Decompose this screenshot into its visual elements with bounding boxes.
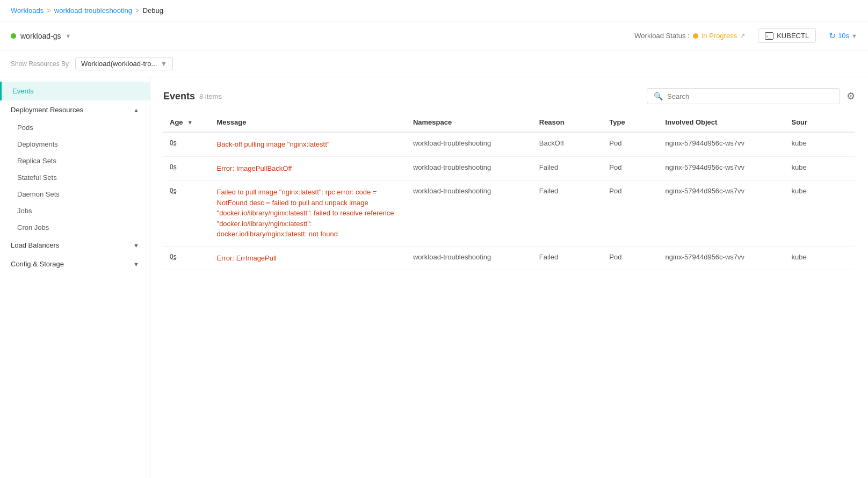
search-box[interactable]: 🔍 bbox=[647, 88, 840, 104]
cell-involved-object: nginx-57944d956c-ws7vv bbox=[659, 180, 785, 247]
cell-message: Back-off pulling image "nginx:latestt" bbox=[211, 132, 407, 156]
sidebar-item-replica-sets[interactable]: Replica Sets bbox=[0, 153, 150, 169]
sidebar-item-jobs[interactable]: Jobs bbox=[0, 202, 150, 219]
cell-age: 0s bbox=[163, 156, 211, 180]
cron-jobs-label: Cron Jobs bbox=[17, 223, 49, 231]
search-input[interactable] bbox=[667, 92, 833, 100]
sidebar-item-daemon-sets[interactable]: Daemon Sets bbox=[0, 186, 150, 202]
cell-message: Error: ErrImagePull bbox=[211, 246, 407, 270]
cell-involved-object: nginx-57944d956c-ws7vv bbox=[659, 156, 785, 180]
sidebar-item-deployments[interactable]: Deployments bbox=[0, 136, 150, 153]
col-header-involved-object[interactable]: Involved Object bbox=[659, 113, 785, 132]
table-row: 0s Error: ImagePullBackOff workload-trou… bbox=[163, 156, 855, 180]
col-header-type[interactable]: Type bbox=[603, 113, 659, 132]
svg-text:>_: >_ bbox=[766, 34, 771, 39]
refresh-icon: ↻ bbox=[829, 31, 836, 41]
pods-label: Pods bbox=[17, 124, 33, 132]
cell-message: Failed to pull image "nginx:latestt": rp… bbox=[211, 180, 407, 247]
sidebar-item-cron-jobs[interactable]: Cron Jobs bbox=[0, 219, 150, 236]
sidebar-item-pods[interactable]: Pods bbox=[0, 119, 150, 136]
age-sort-icon[interactable]: ▼ bbox=[187, 119, 193, 126]
refresh-interval: 10s bbox=[838, 32, 849, 40]
search-icon: 🔍 bbox=[654, 92, 663, 100]
workload-name-dropdown-icon[interactable]: ▼ bbox=[65, 33, 71, 39]
cell-type: Pod bbox=[603, 132, 659, 156]
table-header-row: Age ▼ Message Namespace Reason bbox=[163, 113, 855, 132]
sidebar-deployment-resources[interactable]: Deployment Resources ▲ bbox=[0, 100, 150, 119]
cell-reason: Failed bbox=[533, 180, 603, 247]
show-resources-label: Show Resources By bbox=[11, 60, 69, 68]
cell-age: 0s bbox=[163, 132, 211, 156]
breadcrumb-current: Debug bbox=[143, 6, 163, 15]
sidebar-events-label: Events bbox=[12, 87, 34, 95]
deployment-resources-chevron-up: ▲ bbox=[133, 107, 139, 113]
cell-source: kube bbox=[785, 246, 855, 270]
external-link-icon[interactable]: ↗ bbox=[740, 32, 745, 39]
cell-namespace: workload-troubleshooting bbox=[407, 180, 533, 247]
stateful-sets-label: Stateful Sets bbox=[17, 173, 57, 182]
deployment-resources-label: Deployment Resources bbox=[11, 106, 83, 114]
workload-status: Workload Status : In Progress ↗ bbox=[634, 32, 745, 40]
events-count: 8 items bbox=[199, 92, 222, 100]
sidebar-config-storage[interactable]: Config & Storage ▼ bbox=[0, 255, 150, 273]
cell-reason: BackOff bbox=[533, 132, 603, 156]
cell-type: Pod bbox=[603, 156, 659, 180]
col-header-namespace[interactable]: Namespace bbox=[407, 113, 533, 132]
refresh-dropdown-icon[interactable]: ▼ bbox=[851, 33, 857, 39]
terminal-icon: >_ bbox=[765, 32, 773, 40]
col-header-message[interactable]: Message bbox=[211, 113, 407, 132]
config-storage-chevron: ▼ bbox=[133, 261, 139, 267]
main-content: Events 8 items 🔍 ⚙ Age ▼ bbox=[150, 77, 868, 478]
cell-involved-object: nginx-57944d956c-ws7vv bbox=[659, 246, 785, 270]
table-row: 0s Failed to pull image "nginx:latestt":… bbox=[163, 180, 855, 247]
breadcrumb-sep1: > bbox=[47, 6, 51, 15]
selector-value: Workload(workload-tro... bbox=[81, 60, 157, 68]
jobs-label: Jobs bbox=[17, 207, 32, 215]
workload-name: workload-gs bbox=[20, 32, 61, 40]
col-header-reason[interactable]: Reason bbox=[533, 113, 603, 132]
refresh-button[interactable]: ↻ 10s ▼ bbox=[829, 31, 857, 41]
load-balancers-label: Load Balancers bbox=[11, 241, 59, 249]
replica-sets-label: Replica Sets bbox=[17, 157, 56, 165]
cell-message: Error: ImagePullBackOff bbox=[211, 156, 407, 180]
breadcrumb-workloads[interactable]: Workloads bbox=[11, 6, 44, 15]
load-balancers-chevron: ▼ bbox=[133, 242, 139, 249]
sidebar: Events Deployment Resources ▲ Pods Deplo… bbox=[0, 77, 150, 478]
cell-reason: Failed bbox=[533, 156, 603, 180]
sidebar-load-balancers[interactable]: Load Balancers ▼ bbox=[0, 236, 150, 255]
status-label: In Progress bbox=[701, 32, 737, 40]
cell-age: 0s bbox=[163, 180, 211, 247]
show-resources-bar: Show Resources By Workload(workload-tro.… bbox=[0, 50, 868, 77]
col-header-source[interactable]: Sour bbox=[785, 113, 855, 132]
sidebar-item-stateful-sets[interactable]: Stateful Sets bbox=[0, 169, 150, 186]
workload-status-dot bbox=[11, 33, 16, 39]
search-container: 🔍 ⚙ bbox=[647, 88, 855, 104]
deployments-label: Deployments bbox=[17, 140, 58, 148]
sidebar-item-events[interactable]: Events bbox=[0, 82, 150, 100]
col-header-age[interactable]: Age ▼ bbox=[163, 113, 211, 132]
cell-namespace: workload-troubleshooting bbox=[407, 246, 533, 270]
daemon-sets-label: Daemon Sets bbox=[17, 190, 60, 198]
events-table: Age ▼ Message Namespace Reason bbox=[163, 113, 855, 270]
selector-arrow-icon: ▼ bbox=[160, 60, 167, 68]
breadcrumb: Workloads > workload-troubleshooting > D… bbox=[11, 6, 163, 15]
cell-involved-object: nginx-57944d956c-ws7vv bbox=[659, 132, 785, 156]
cell-type: Pod bbox=[603, 246, 659, 270]
breadcrumb-sep2: > bbox=[135, 6, 140, 15]
workload-selector-dropdown[interactable]: Workload(workload-tro... ▼ bbox=[75, 57, 173, 70]
cell-source: kube bbox=[785, 180, 855, 247]
table-row: 0s Back-off pulling image "nginx:latestt… bbox=[163, 132, 855, 156]
cell-namespace: workload-troubleshooting bbox=[407, 132, 533, 156]
breadcrumb-workload-name[interactable]: workload-troubleshooting bbox=[54, 6, 132, 15]
events-title: Events bbox=[163, 91, 195, 102]
cell-namespace: workload-troubleshooting bbox=[407, 156, 533, 180]
content-header: Events 8 items 🔍 ⚙ bbox=[163, 88, 855, 104]
cell-type: Pod bbox=[603, 180, 659, 247]
cell-source: kube bbox=[785, 156, 855, 180]
status-orange-dot bbox=[693, 33, 698, 39]
settings-gear-icon[interactable]: ⚙ bbox=[847, 90, 855, 102]
table-row: 0s Error: ErrImagePull workload-troubles… bbox=[163, 246, 855, 270]
events-table-container: Age ▼ Message Namespace Reason bbox=[163, 113, 855, 270]
kubectl-button[interactable]: >_ KUBECTL bbox=[758, 28, 816, 43]
kubectl-label: KUBECTL bbox=[777, 32, 809, 40]
